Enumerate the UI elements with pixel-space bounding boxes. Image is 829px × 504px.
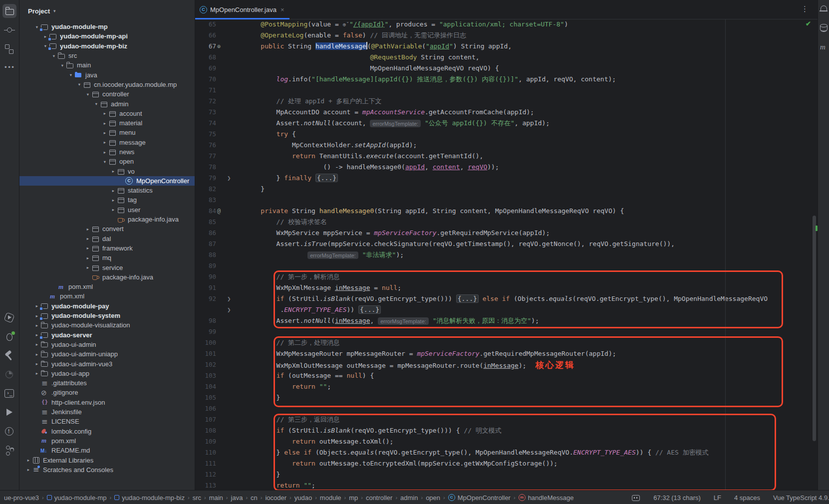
code-text[interactable]: WxMpService mppService = mpServiceFactor… (245, 228, 550, 239)
chevron-expanded-icon[interactable]: ▾ (33, 24, 40, 29)
chevron-collapsed-icon[interactable]: ▸ (33, 323, 40, 328)
chevron-collapsed-icon[interactable]: ▸ (101, 150, 108, 155)
fold-arrow-icon[interactable]: ❯ (227, 173, 231, 184)
tree-item-framework[interactable]: ▸framework (19, 244, 195, 253)
tree-item-controller[interactable]: ▾controller (19, 89, 195, 99)
code-text[interactable]: return outMessage.toXml(); (245, 436, 393, 447)
project-tool-icon[interactable] (0, 1, 19, 20)
chevron-collapsed-icon[interactable]: ▸ (33, 342, 40, 347)
tree-item-scratches-and-consoles[interactable]: ▸Scratches and Consoles (19, 465, 195, 475)
chevron-collapsed-icon[interactable]: ▸ (101, 121, 108, 126)
tree-item-yudao-module-mp-biz[interactable]: ▾yudao-module-mp-biz (19, 41, 195, 51)
breadcrumb-item-src[interactable]: src (193, 494, 201, 502)
code-text[interactable]: MpOpenHandleMessageReqVO reqVO) { (245, 63, 499, 74)
close-icon[interactable]: × (280, 6, 284, 13)
code-text[interactable]: Assert.notNull(inMessage, errorMsgTempla… (245, 315, 539, 326)
code-text[interactable]: return TenantUtils.execute(account.getTe… (245, 151, 483, 162)
chevron-expanded-icon[interactable]: ▾ (101, 159, 108, 164)
tree-item-pom-xml[interactable]: pom.xml (19, 436, 195, 446)
notifications-icon[interactable] (818, 0, 829, 19)
chevron-expanded-icon[interactable]: ▾ (67, 72, 74, 77)
chevron-collapsed-icon[interactable]: ▸ (110, 188, 117, 193)
chevron-collapsed-icon[interactable]: ▸ (110, 198, 117, 203)
tree-item-package-info-java[interactable]: package-info.java (19, 215, 195, 224)
tree-item-pom-xml[interactable]: pom.xml (19, 282, 195, 291)
code-area[interactable]: 65 @PostMapping(value = ⊕ˇ"/{appId}", pr… (195, 19, 818, 490)
code-text[interactable]: } else if (Objects.equals(reqVO.getEncry… (245, 447, 709, 458)
code-text[interactable]: } finally {...} (245, 173, 338, 184)
profiler-tool-icon[interactable] (0, 365, 19, 384)
code-text[interactable]: } (245, 469, 280, 480)
breadcrumb-item-main[interactable]: main (209, 494, 223, 502)
code-text[interactable]: WxMpXmlMessage inMessage = null; (245, 282, 401, 293)
tree-item-yudao-module-visualization[interactable]: ▸yudao-module-visualization (19, 320, 195, 330)
tree-item-open[interactable]: ▾open (19, 157, 195, 166)
chevron-collapsed-icon[interactable]: ▸ (33, 303, 40, 308)
breadcrumb-item-controller[interactable]: controller (366, 494, 392, 502)
tree-item-yudao-module-mp[interactable]: ▾yudao-module-mp (19, 22, 195, 31)
tree-item-mq[interactable]: ▸mq (19, 253, 195, 262)
breadcrumb-item-admin[interactable]: admin (400, 494, 418, 502)
chevron-collapsed-icon[interactable]: ▸ (101, 140, 108, 145)
breadcrumb-item-mp[interactable]: mp (349, 494, 358, 502)
tree-item-external-libraries[interactable]: ▸External Libraries (19, 455, 195, 465)
tree-item-jenkinsfile[interactable]: Jenkinsfile (19, 407, 195, 417)
database-tool-icon[interactable] (818, 19, 829, 38)
chevron-expanded-icon[interactable]: ▾ (50, 53, 57, 58)
breadcrumb-item-module[interactable]: module (320, 494, 341, 502)
project-panel-header[interactable]: Project ▾ (19, 0, 195, 22)
caret-position[interactable]: 67:32 (13 chars) (653, 494, 701, 502)
services-tool-icon[interactable] (0, 308, 19, 327)
code-text[interactable]: WxMpMessageRouter mpMessageRouter = mpSe… (245, 348, 616, 359)
tree-item-yudao-module-mp-api[interactable]: ▸yudao-module-mp-api (19, 31, 195, 41)
breadcrumb-item-ue-pro-vue3[interactable]: ue-pro-vue3 (4, 494, 39, 502)
breadcrumb-item-mpopencontroller[interactable]: CMpOpenController (448, 494, 511, 502)
tree-item-mpopencontroller[interactable]: MpOpenController (19, 176, 195, 186)
tree-item-package-info-java[interactable]: package-info.java (19, 272, 195, 282)
folded-region[interactable]: {...} (456, 294, 479, 303)
annotation-gutter-icon[interactable]: @ (217, 206, 221, 217)
code-text[interactable]: private String handleMessage0(String app… (245, 206, 624, 217)
code-text[interactable]: @OperateLog(enable = false) // 回调地址，无需记录… (245, 30, 466, 41)
chevron-collapsed-icon[interactable]: ▸ (84, 227, 91, 232)
structure-tool-icon[interactable] (0, 39, 19, 58)
tree-item--gitignore[interactable]: .gitignore (19, 388, 195, 397)
tree-item-yudao-ui-admin-uniapp[interactable]: ▸yudao-ui-admin-uniapp (19, 349, 195, 359)
chevron-collapsed-icon[interactable]: ▸ (101, 111, 108, 116)
run-tool-icon[interactable] (0, 403, 19, 422)
breadcrumb-item-java[interactable]: java (231, 494, 243, 502)
ai-assistant-icon[interactable] (631, 494, 640, 502)
terminal-tool-icon[interactable] (0, 384, 19, 403)
indent-setting[interactable]: 4 spaces (734, 494, 760, 502)
tree-item-service[interactable]: ▸service (19, 262, 195, 272)
git-tool-icon[interactable] (0, 441, 19, 460)
chevron-collapsed-icon[interactable]: ▸ (33, 313, 40, 318)
tree-item-pom-xml[interactable]: pom.xml (19, 291, 195, 301)
chevron-collapsed-icon[interactable]: ▸ (84, 255, 91, 260)
chevron-collapsed-icon[interactable]: ▸ (110, 207, 117, 212)
code-text[interactable]: } (245, 392, 280, 403)
tree-item-dal[interactable]: ▸dal (19, 234, 195, 244)
debug-tool-icon[interactable] (0, 327, 19, 346)
tree-item-news[interactable]: ▸news (19, 147, 195, 157)
tree-item-yudao-module-system[interactable]: ▸yudao-module-system (19, 311, 195, 320)
editor-scrollbar[interactable] (813, 216, 816, 441)
rest-endpoint-icon[interactable]: ⊕ (217, 41, 221, 52)
tab-mpopencontroller[interactable]: C MpOpenController.java × (195, 0, 289, 19)
tree-item-http-client-env-json[interactable]: http-client.env.json (19, 398, 195, 407)
fold-arrow-icon[interactable]: ❯ (227, 304, 231, 315)
chevron-collapsed-icon[interactable]: ▸ (101, 130, 108, 135)
code-text[interactable]: if (StrUtil.isBlank(reqVO.getEncrypt_typ… (245, 293, 768, 304)
chevron-collapsed-icon[interactable]: ▸ (84, 246, 91, 251)
code-text[interactable]: return outMessage.toEncryptedXml(mppServ… (245, 458, 557, 469)
code-text[interactable]: MpAccountDO account = mpAccountService.g… (245, 107, 534, 118)
tree-item--gitattributes[interactable]: .gitattributes (19, 378, 195, 388)
fold-arrow-icon[interactable]: ❯ (227, 293, 231, 304)
code-text[interactable]: @RequestBody String content, (245, 52, 480, 63)
folded-region[interactable]: {...} (315, 174, 338, 182)
tree-item-yudao-ui-admin-vue3[interactable]: ▸yudao-ui-admin-vue3 (19, 359, 195, 368)
code-text[interactable]: if (outMessage == null) { (245, 370, 374, 381)
tree-item-account[interactable]: ▸account (19, 109, 195, 118)
tree-item-admin[interactable]: ▾admin (19, 99, 195, 108)
more-tools-icon[interactable] (0, 58, 19, 77)
